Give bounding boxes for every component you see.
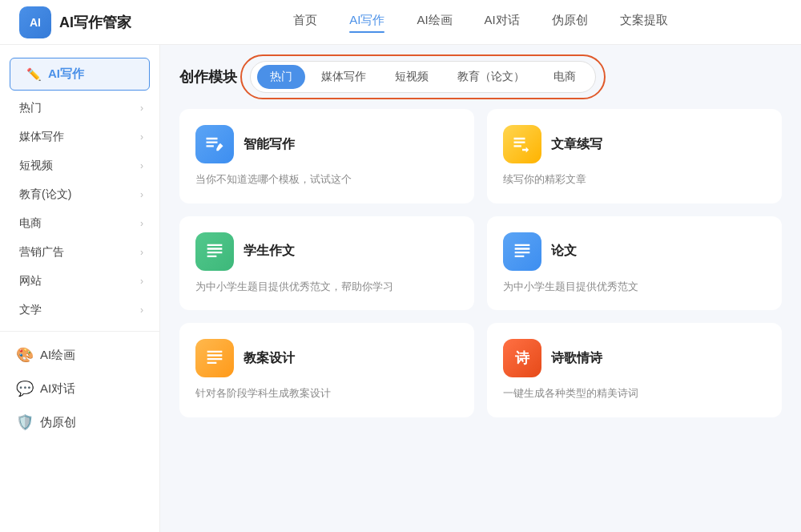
nav-links: 首页 AI写作 AI绘画 AI对话 伪原创 文案提取 [179,13,782,31]
smart-write-icon [195,125,234,163]
top-navigation: AI AI写作管家 首页 AI写作 AI绘画 AI对话 伪原创 文案提取 [0,0,801,45]
card-thesis[interactable]: 论文 为中小学生题目提供优秀范文 [487,216,782,311]
student-essay-icon [195,232,234,271]
sidebar-ai-write-section: ✏️ AI写作 热门 › 媒体写作 › 短视频 › 教育(论文) › 电商 › [0,58,159,324]
app-title: AI写作管家 [59,13,131,32]
tab-hot[interactable]: 热门 [257,65,305,89]
nav-rewrite[interactable]: 伪原创 [552,13,588,31]
content-title: 创作模块 [179,67,237,87]
lesson-plan-desc: 针对各阶段学科生成教案设计 [195,385,458,401]
chevron-icon: › [140,189,143,200]
thesis-title: 论文 [551,243,577,260]
sidebar: ✏️ AI写作 热门 › 媒体写作 › 短视频 › 教育(论文) › 电商 › [0,45,160,532]
nav-ai-write[interactable]: AI写作 [349,13,384,31]
article-continue-title: 文章续写 [551,136,602,153]
tab-short-video[interactable]: 短视频 [382,65,441,89]
sidebar-item-ai-draw[interactable]: 🎨 AI绘画 [0,338,159,372]
article-continue-icon [503,125,541,163]
sidebar-item-ai-write[interactable]: ✏️ AI写作 [10,58,150,91]
chevron-icon: › [140,276,143,287]
chevron-icon: › [140,218,143,229]
poem-title: 诗歌情诗 [551,350,602,367]
logo-icon: AI [19,6,51,38]
pencil-icon: ✏️ [26,67,42,82]
logo-area: AI AI写作管家 [19,6,179,38]
sidebar-item-pseudo-original[interactable]: 🛡️ 伪原创 [0,405,159,439]
thesis-desc: 为中小学生题目提供优秀范文 [503,279,766,295]
tabs: 热门 媒体写作 短视频 教育（论文） 电商 [250,61,596,93]
lesson-plan-title: 教案设计 [244,350,295,367]
nav-ai-chat[interactable]: AI对话 [485,13,520,31]
sidebar-item-media-write[interactable]: 媒体写作 › [0,123,159,151]
tabs-wrapper: 热门 媒体写作 短视频 教育（论文） 电商 [250,61,596,93]
card-smart-write[interactable]: 智能写作 当你不知道选哪个模板，试试这个 [179,109,474,204]
dialog-icon: 💬 [16,380,34,397]
shield-icon: 🛡️ [16,413,34,431]
chevron-icon: › [140,131,143,143]
main-layout: ✏️ AI写作 热门 › 媒体写作 › 短视频 › 教育(论文) › 电商 › [0,45,801,532]
nav-ai-draw[interactable]: AI绘画 [417,13,452,31]
nav-extract[interactable]: 文案提取 [620,13,668,31]
smart-write-desc: 当你不知道选哪个模板，试试这个 [195,171,458,187]
card-student-essay[interactable]: 学生作文 为中小学生题目提供优秀范文，帮助你学习 [179,216,474,311]
student-essay-title: 学生作文 [244,243,295,260]
poem-icon: 诗 [503,339,541,377]
cards-grid: 智能写作 当你不知道选哪个模板，试试这个 文章续写 续写你的精彩文章 [179,109,782,417]
chevron-icon: › [140,247,143,258]
poem-desc: 一键生成各种类型的精美诗词 [503,385,766,401]
card-lesson-plan[interactable]: 教案设计 针对各阶段学科生成教案设计 [179,323,474,417]
thesis-icon [503,232,541,271]
sidebar-item-short-video[interactable]: 短视频 › [0,151,159,180]
content-area: 创作模块 热门 媒体写作 短视频 教育（论文） 电商 [160,45,801,532]
tab-education[interactable]: 教育（论文） [445,65,537,89]
student-essay-desc: 为中小学生题目提供优秀范文，帮助你学习 [195,279,458,295]
sidebar-item-literature[interactable]: 文学 › [0,296,159,324]
sidebar-item-education[interactable]: 教育(论文) › [0,180,159,209]
smart-write-title: 智能写作 [244,136,295,153]
article-continue-desc: 续写你的精彩文章 [503,171,766,187]
sidebar-item-ai-dialog[interactable]: 💬 AI对话 [0,372,159,405]
card-article-continue[interactable]: 文章续写 续写你的精彩文章 [487,109,782,204]
chevron-icon: › [140,103,143,114]
card-poem[interactable]: 诗 诗歌情诗 一键生成各种类型的精美诗词 [487,323,782,417]
tab-media-write[interactable]: 媒体写作 [308,65,379,89]
chevron-icon: › [140,160,143,171]
sidebar-item-marketing[interactable]: 营销广告 › [0,238,159,267]
content-header: 创作模块 热门 媒体写作 短视频 教育（论文） 电商 [179,61,782,93]
draw-icon: 🎨 [16,346,34,364]
chevron-icon: › [140,304,143,316]
tab-ecommerce[interactable]: 电商 [541,65,589,89]
lesson-plan-icon [195,339,234,377]
sidebar-item-ecommerce[interactable]: 电商 › [0,209,159,238]
sidebar-item-hot[interactable]: 热门 › [0,94,159,123]
nav-home[interactable]: 首页 [293,13,317,31]
sidebar-item-website[interactable]: 网站 › [0,267,159,296]
